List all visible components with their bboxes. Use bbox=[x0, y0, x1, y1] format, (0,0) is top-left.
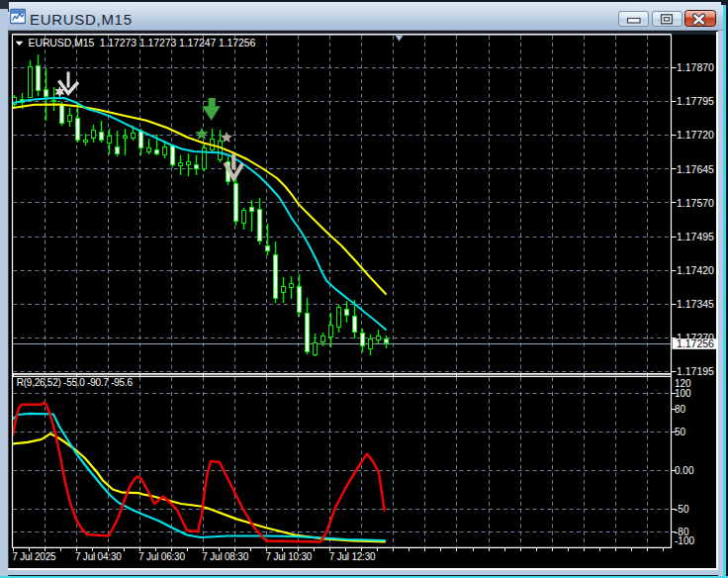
svg-text:80: 80 bbox=[675, 404, 686, 415]
svg-text:1.17495: 1.17495 bbox=[677, 231, 714, 242]
svg-text:1.17345: 1.17345 bbox=[677, 298, 714, 310]
svg-text:1.17870: 1.17870 bbox=[677, 61, 714, 73]
svg-text:7 Jul 10:30: 7 Jul 10:30 bbox=[266, 551, 313, 562]
svg-text:1.17570: 1.17570 bbox=[677, 197, 714, 209]
svg-text:R(9,26,52) -55.0 -90.7 -95.6: R(9,26,52) -55.0 -90.7 -95.6 bbox=[17, 377, 134, 388]
svg-text:1.17195: 1.17195 bbox=[677, 365, 714, 377]
svg-text:7 Jul 2025: 7 Jul 2025 bbox=[12, 551, 56, 562]
svg-text:7 Jul 12:30: 7 Jul 12:30 bbox=[329, 551, 376, 562]
svg-text:1.17256: 1.17256 bbox=[677, 337, 714, 349]
svg-text:7 Jul 06:30: 7 Jul 06:30 bbox=[138, 551, 185, 562]
svg-text:1.17720: 1.17720 bbox=[677, 129, 714, 141]
svg-text:-100: -100 bbox=[675, 535, 694, 546]
svg-text:1.17795: 1.17795 bbox=[677, 95, 714, 107]
svg-text:7 Jul 04:30: 7 Jul 04:30 bbox=[75, 551, 122, 562]
svg-text:0.00: 0.00 bbox=[675, 465, 694, 476]
svg-text:100: 100 bbox=[675, 388, 691, 399]
svg-text:EURUSD,M15 1.17273 1.17273 1.: EURUSD,M15 1.17273 1.17273 1.17247 1.172… bbox=[29, 37, 256, 48]
svg-text:50: 50 bbox=[675, 427, 686, 437]
svg-text:-50: -50 bbox=[675, 504, 689, 515]
svg-text:7 Jul 08:30: 7 Jul 08:30 bbox=[202, 551, 248, 562]
svg-text:1.17645: 1.17645 bbox=[677, 163, 714, 175]
svg-text:1.17420: 1.17420 bbox=[677, 264, 714, 276]
